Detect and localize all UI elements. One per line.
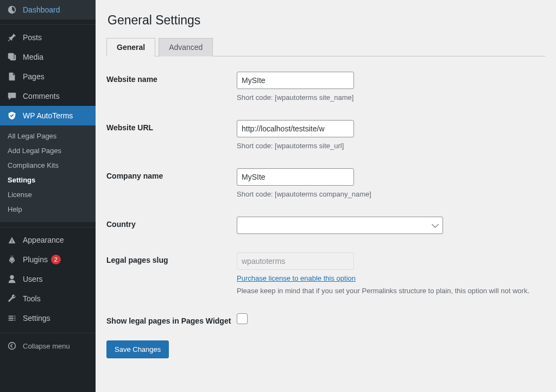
submenu-item-add-legal-pages[interactable]: Add Legal Pages	[0, 143, 96, 158]
checkbox-show-widget[interactable]	[237, 313, 248, 324]
submenu-item-all-legal-pages[interactable]: All Legal Pages	[0, 129, 96, 143]
row-website-url: Website URL Short code: [wpautoterms sit…	[106, 111, 545, 160]
sidebar-item-media[interactable]: Media	[0, 47, 96, 67]
label-website-name: Website name	[106, 72, 237, 102]
sidebar-item-label: Plugins	[23, 255, 48, 264]
row-company-name: Company name Short code: [wpautoterms co…	[106, 160, 545, 208]
label-show-widget: Show legal pages in Pages Widget	[106, 313, 237, 325]
sidebar-item-label: Pages	[23, 72, 45, 81]
shortcode-website-url: Short code: [wpautoterms site_url]	[237, 142, 545, 150]
submenu-item-help[interactable]: Help	[0, 202, 96, 217]
sidebar-separator	[0, 331, 96, 333]
svg-point-0	[9, 343, 16, 350]
media-icon	[7, 52, 17, 62]
tab-general[interactable]: General	[106, 38, 155, 56]
sidebar-item-wp-autoterms[interactable]: WP AutoTerms	[0, 106, 96, 125]
input-company-name[interactable]	[237, 168, 354, 186]
sidebar-item-pages[interactable]: Pages	[0, 67, 96, 86]
tab-advanced[interactable]: Advanced	[159, 38, 213, 56]
tools-icon	[7, 293, 17, 304]
sidebar-item-label: Users	[23, 275, 43, 283]
sidebar-separator	[0, 22, 96, 25]
input-website-url[interactable]	[237, 120, 354, 137]
admin-sidebar: Dashboard Posts Media Pages Comments WP …	[0, 0, 96, 392]
collapse-menu-button[interactable]: Collapse menu	[0, 336, 96, 356]
sidebar-separator	[0, 225, 96, 227]
submenu-item-compliance-kits[interactable]: Compliance Kits	[0, 158, 96, 173]
submit-row: Save Changes	[106, 340, 545, 358]
settings-form: Website name Short code: [wpautoterms si…	[106, 63, 545, 358]
sidebar-item-label: Dashboard	[23, 5, 60, 14]
shortcode-website-name: Short code: [wpautoterms site_name]	[237, 93, 545, 102]
pin-icon	[7, 32, 17, 43]
collapse-icon	[7, 340, 17, 351]
sidebar-item-label: Tools	[23, 294, 41, 303]
sidebar-item-label: Comments	[23, 92, 60, 100]
select-country-wrap	[237, 217, 443, 234]
submenu-item-license[interactable]: License	[0, 187, 96, 202]
settings-tabs: General Advanced	[106, 37, 545, 56]
select-country[interactable]	[237, 217, 443, 234]
page-title: General Settings	[108, 13, 545, 28]
main-content: General Settings General Advanced Websit…	[96, 0, 556, 392]
sidebar-item-label: Appearance	[23, 236, 64, 244]
sidebar-item-label: Posts	[23, 33, 42, 42]
dashboard-icon	[7, 4, 17, 15]
sidebar-item-comments[interactable]: Comments	[0, 86, 96, 106]
sidebar-item-settings[interactable]: Settings	[0, 308, 96, 328]
row-show-widget: Show legal pages in Pages Widget	[106, 305, 545, 335]
pages-icon	[7, 71, 17, 82]
purchase-license-link[interactable]: Purchase license to enable this option	[237, 274, 356, 282]
sidebar-item-label: Media	[23, 53, 43, 61]
sidebar-item-label: WP AutoTerms	[23, 111, 73, 120]
sidebar-item-label: Settings	[23, 314, 50, 323]
submenu-item-settings[interactable]: Settings	[0, 173, 96, 187]
label-country: Country	[106, 217, 237, 234]
update-count-badge: 2	[51, 255, 61, 264]
row-website-name: Website name Short code: [wpautoterms si…	[106, 63, 545, 111]
shortcode-company-name: Short code: [wpautoterms company_name]	[237, 190, 545, 198]
appearance-icon	[7, 235, 17, 245]
row-country: Country	[106, 208, 545, 244]
sidebar-item-appearance[interactable]: Appearance	[0, 230, 96, 250]
shield-icon	[7, 110, 17, 121]
sidebar-item-tools[interactable]: Tools	[0, 289, 96, 308]
sidebar-item-dashboard[interactable]: Dashboard	[0, 0, 96, 20]
label-company-name: Company name	[106, 168, 237, 198]
label-legal-slug: Legal pages slug	[106, 252, 237, 295]
plugin-icon	[7, 254, 17, 265]
submenu-wp-autoterms: All Legal Pages Add Legal Pages Complian…	[0, 125, 96, 222]
save-changes-button[interactable]: Save Changes	[106, 340, 169, 358]
row-legal-slug: Legal pages slug Purchase license to ena…	[106, 244, 545, 305]
sidebar-item-plugins[interactable]: Plugins 2	[0, 250, 96, 269]
comments-icon	[7, 91, 17, 102]
sidebar-item-users[interactable]: Users	[0, 269, 96, 289]
collapse-menu-label: Collapse menu	[23, 342, 70, 350]
settings-icon	[7, 313, 17, 324]
sidebar-item-posts[interactable]: Posts	[0, 28, 96, 47]
input-legal-slug	[237, 252, 354, 270]
users-icon	[7, 274, 17, 284]
legal-slug-help: Please keep in mind that if you set your…	[237, 287, 545, 295]
label-website-url: Website URL	[106, 120, 237, 150]
input-website-name[interactable]	[237, 72, 354, 89]
